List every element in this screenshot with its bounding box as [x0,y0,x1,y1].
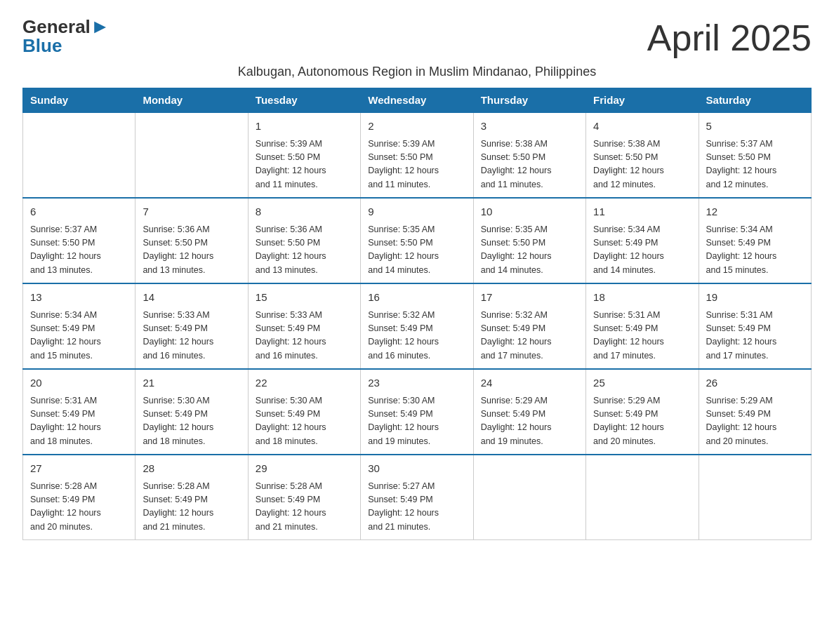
logo-general-line: General► [22,17,110,36]
calendar-cell: 22Sunrise: 5:30 AMSunset: 5:49 PMDayligh… [248,369,360,455]
logo-blue-text: Blue [22,36,62,55]
day-number: 29 [256,461,353,477]
calendar-cell: 27Sunrise: 5:28 AMSunset: 5:49 PMDayligh… [23,455,135,540]
calendar-cell: 11Sunrise: 5:34 AMSunset: 5:49 PMDayligh… [586,198,699,283]
day-number: 9 [368,204,465,220]
day-number: 2 [368,119,465,135]
day-number: 12 [706,204,804,220]
calendar-cell [699,455,811,540]
calendar-cell: 25Sunrise: 5:29 AMSunset: 5:49 PMDayligh… [586,369,699,455]
day-number: 19 [706,290,804,306]
day-detail: Sunrise: 5:37 AMSunset: 5:50 PMDaylight:… [706,137,804,192]
day-detail: Sunrise: 5:34 AMSunset: 5:49 PMDaylight:… [30,309,128,363]
weekday-header-wednesday: Wednesday [361,88,473,113]
day-detail: Sunrise: 5:28 AMSunset: 5:49 PMDaylight:… [30,480,128,535]
day-detail: Sunrise: 5:27 AMSunset: 5:49 PMDaylight:… [368,480,465,535]
day-number: 11 [593,204,691,220]
day-detail: Sunrise: 5:38 AMSunset: 5:50 PMDaylight:… [481,137,578,192]
day-number: 21 [143,375,240,391]
day-number: 22 [256,375,353,391]
day-number: 18 [593,290,691,306]
logo: General► Blue [22,17,110,55]
calendar-cell: 23Sunrise: 5:30 AMSunset: 5:49 PMDayligh… [361,369,473,455]
day-number: 15 [256,290,353,306]
calendar-cell: 12Sunrise: 5:34 AMSunset: 5:49 PMDayligh… [699,198,811,283]
day-detail: Sunrise: 5:36 AMSunset: 5:50 PMDaylight:… [143,223,240,278]
day-detail: Sunrise: 5:31 AMSunset: 5:49 PMDaylight:… [30,394,128,449]
day-detail: Sunrise: 5:29 AMSunset: 5:49 PMDaylight:… [706,394,804,449]
day-number: 6 [30,204,128,220]
day-detail: Sunrise: 5:33 AMSunset: 5:49 PMDaylight:… [256,309,353,363]
weekday-header-friday: Friday [586,88,699,113]
weekday-header-row: SundayMondayTuesdayWednesdayThursdayFrid… [23,88,812,113]
day-number: 14 [143,290,240,306]
calendar-week-row: 20Sunrise: 5:31 AMSunset: 5:49 PMDayligh… [23,369,812,455]
calendar-subtitle: Kalbugan, Autonomous Region in Muslim Mi… [22,65,812,79]
day-detail: Sunrise: 5:34 AMSunset: 5:49 PMDaylight:… [706,223,804,278]
day-detail: Sunrise: 5:30 AMSunset: 5:49 PMDaylight:… [368,394,465,449]
day-number: 10 [481,204,578,220]
day-number: 17 [481,290,578,306]
day-detail: Sunrise: 5:30 AMSunset: 5:49 PMDaylight:… [256,394,353,449]
calendar-cell: 1Sunrise: 5:39 AMSunset: 5:50 PMDaylight… [248,112,360,198]
day-number: 27 [30,461,128,477]
calendar-cell: 24Sunrise: 5:29 AMSunset: 5:49 PMDayligh… [473,369,585,455]
calendar-table: SundayMondayTuesdayWednesdayThursdayFrid… [22,88,812,540]
weekday-header-saturday: Saturday [699,88,811,113]
day-number: 30 [368,461,465,477]
day-detail: Sunrise: 5:35 AMSunset: 5:50 PMDaylight:… [368,223,465,278]
day-detail: Sunrise: 5:29 AMSunset: 5:49 PMDaylight:… [481,394,578,449]
day-number: 8 [256,204,353,220]
day-number: 7 [143,204,240,220]
calendar-cell: 28Sunrise: 5:28 AMSunset: 5:49 PMDayligh… [135,455,248,540]
calendar-cell: 2Sunrise: 5:39 AMSunset: 5:50 PMDaylight… [361,112,473,198]
day-detail: Sunrise: 5:28 AMSunset: 5:49 PMDaylight:… [143,480,240,535]
day-number: 25 [593,375,691,391]
day-detail: Sunrise: 5:34 AMSunset: 5:49 PMDaylight:… [593,223,691,278]
day-detail: Sunrise: 5:36 AMSunset: 5:50 PMDaylight:… [256,223,353,278]
day-detail: Sunrise: 5:29 AMSunset: 5:49 PMDaylight:… [593,394,691,449]
day-number: 1 [256,119,353,135]
calendar-week-row: 6Sunrise: 5:37 AMSunset: 5:50 PMDaylight… [23,198,812,283]
day-number: 3 [481,119,578,135]
calendar-cell: 3Sunrise: 5:38 AMSunset: 5:50 PMDaylight… [473,112,585,198]
calendar-cell: 6Sunrise: 5:37 AMSunset: 5:50 PMDaylight… [23,198,135,283]
day-number: 20 [30,375,128,391]
calendar-cell: 20Sunrise: 5:31 AMSunset: 5:49 PMDayligh… [23,369,135,455]
calendar-cell: 16Sunrise: 5:32 AMSunset: 5:49 PMDayligh… [361,283,473,369]
calendar-week-row: 27Sunrise: 5:28 AMSunset: 5:49 PMDayligh… [23,455,812,540]
calendar-cell: 10Sunrise: 5:35 AMSunset: 5:50 PMDayligh… [473,198,585,283]
weekday-header-tuesday: Tuesday [248,88,360,113]
day-detail: Sunrise: 5:35 AMSunset: 5:50 PMDaylight:… [481,223,578,278]
calendar-cell: 29Sunrise: 5:28 AMSunset: 5:49 PMDayligh… [248,455,360,540]
calendar-cell: 30Sunrise: 5:27 AMSunset: 5:49 PMDayligh… [361,455,473,540]
calendar-cell [586,455,699,540]
calendar-cell [135,112,248,198]
calendar-cell: 7Sunrise: 5:36 AMSunset: 5:50 PMDaylight… [135,198,248,283]
calendar-cell: 18Sunrise: 5:31 AMSunset: 5:49 PMDayligh… [586,283,699,369]
calendar-cell: 4Sunrise: 5:38 AMSunset: 5:50 PMDaylight… [586,112,699,198]
calendar-cell: 17Sunrise: 5:32 AMSunset: 5:49 PMDayligh… [473,283,585,369]
day-number: 26 [706,375,804,391]
day-detail: Sunrise: 5:32 AMSunset: 5:49 PMDaylight:… [481,309,578,363]
calendar-cell: 15Sunrise: 5:33 AMSunset: 5:49 PMDayligh… [248,283,360,369]
day-number: 16 [368,290,465,306]
day-detail: Sunrise: 5:38 AMSunset: 5:50 PMDaylight:… [593,137,691,192]
day-number: 28 [143,461,240,477]
day-detail: Sunrise: 5:37 AMSunset: 5:50 PMDaylight:… [30,223,128,278]
calendar-cell: 9Sunrise: 5:35 AMSunset: 5:50 PMDaylight… [361,198,473,283]
calendar-cell: 19Sunrise: 5:31 AMSunset: 5:49 PMDayligh… [699,283,811,369]
calendar-cell [23,112,135,198]
calendar-cell: 21Sunrise: 5:30 AMSunset: 5:49 PMDayligh… [135,369,248,455]
day-number: 4 [593,119,691,135]
logo-arrow-icon: ► [91,15,110,37]
page-header: General► Blue April 2025 [22,17,812,59]
day-detail: Sunrise: 5:31 AMSunset: 5:49 PMDaylight:… [593,309,691,363]
day-detail: Sunrise: 5:32 AMSunset: 5:49 PMDaylight:… [368,309,465,363]
weekday-header-monday: Monday [135,88,248,113]
calendar-cell: 26Sunrise: 5:29 AMSunset: 5:49 PMDayligh… [699,369,811,455]
calendar-week-row: 13Sunrise: 5:34 AMSunset: 5:49 PMDayligh… [23,283,812,369]
calendar-cell: 5Sunrise: 5:37 AMSunset: 5:50 PMDaylight… [699,112,811,198]
calendar-cell: 13Sunrise: 5:34 AMSunset: 5:49 PMDayligh… [23,283,135,369]
day-number: 24 [481,375,578,391]
